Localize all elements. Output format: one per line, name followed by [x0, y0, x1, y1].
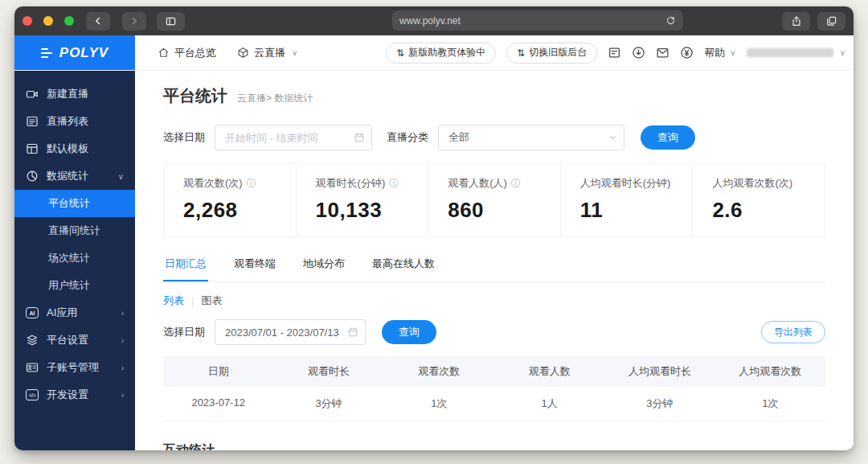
sidebar-toggle-button[interactable] — [157, 12, 185, 31]
nav-cloud-live[interactable]: 云直播 ∨ — [237, 46, 297, 60]
stat-viewer-count: 观看人数(人)ⓘ 860 — [428, 164, 560, 236]
sidebar-item-live-list[interactable]: 直播列表 — [14, 108, 135, 135]
nav-platform-overview[interactable]: 平台总览 — [158, 46, 216, 60]
new-version-pill-button[interactable]: ⇅ 新版助教页体验中 — [386, 43, 496, 64]
info-icon[interactable]: ⓘ — [247, 177, 256, 191]
back-arrow-icon — [92, 15, 104, 27]
tab-region-distribution[interactable]: 地域分布 — [301, 252, 346, 281]
calendar-icon[interactable] — [347, 326, 358, 338]
statistics-tabs: 日期汇总 观看终端 地域分布 最高在线人数 — [163, 252, 825, 282]
date-range-input[interactable] — [215, 125, 372, 150]
sidebar-item-ai-apps[interactable]: AI AI应用 › — [14, 299, 135, 326]
stat-view-duration: 观看时长(分钟)ⓘ 10,133 — [296, 164, 428, 236]
form-button[interactable] — [608, 46, 621, 60]
cell-avg-duration: 3分钟 — [604, 387, 714, 421]
download-icon — [632, 46, 645, 60]
search-button[interactable]: 查询 — [641, 125, 695, 150]
tab-max-online[interactable]: 最高在线人数 — [371, 252, 436, 281]
chevron-down-icon: ∨ — [292, 48, 297, 57]
sidebar-subitem-platform-statistics[interactable]: 平台统计 — [14, 190, 135, 217]
reload-icon — [665, 15, 676, 26]
date-range-input-2[interactable] — [215, 319, 366, 345]
search-button-2[interactable]: 查询 — [382, 320, 436, 344]
calendar-icon[interactable] — [354, 132, 365, 143]
url-text: www.polyv.net — [399, 15, 461, 27]
info-icon[interactable]: ⓘ — [389, 177, 399, 191]
chevron-right-icon: › — [121, 309, 124, 318]
browser-window: www.polyv.net POLYV 平台总览 — [14, 6, 854, 450]
app-header: POLYV 平台总览 云直播 ∨ ⇅ 新版助教页体验中 ⇅ 切换旧版后台 — [14, 35, 854, 71]
account-menu[interactable]: ∨ — [747, 48, 845, 57]
cell-views: 1次 — [384, 387, 494, 421]
currency-icon — [680, 46, 694, 60]
table-header-row: 日期 观看时长 观看次数 观看人数 人均观看时长 人均观看次数 — [163, 356, 825, 387]
chevron-down-icon: ∨ — [730, 48, 735, 57]
sidebar-icon — [165, 15, 177, 27]
divider: | — [191, 295, 194, 307]
view-list-link[interactable]: 列表 — [163, 294, 184, 308]
back-button[interactable] — [86, 12, 110, 31]
pie-chart-icon — [26, 170, 39, 183]
messages-button[interactable] — [656, 46, 669, 60]
date-summary-table: 日期 观看时长 观看次数 观看人数 人均观看时长 人均观看次数 2023-07-… — [163, 356, 825, 421]
view-chart-link[interactable]: 图表 — [201, 294, 222, 308]
switch-old-version-button[interactable]: ⇅ 切换旧版后台 — [506, 43, 597, 64]
brand-name: POLYV — [59, 45, 108, 61]
col-header-date: 日期 — [163, 356, 273, 387]
stat-avg-duration: 人均观看时长(分钟) 11 — [560, 164, 693, 236]
col-header-views: 观看次数 — [384, 356, 494, 387]
form-icon — [608, 46, 621, 60]
logo[interactable]: POLYV — [14, 35, 135, 70]
col-header-avg-duration: 人均观看时长 — [604, 356, 714, 387]
sidebar-subitem-room-statistics[interactable]: 直播间统计 — [14, 217, 135, 244]
chevron-right-icon: › — [121, 391, 124, 400]
category-filter-label: 直播分类 — [387, 130, 428, 145]
share-button[interactable] — [782, 12, 810, 31]
home-icon — [158, 47, 170, 59]
sidebar-item-new-live[interactable]: 新建直播 — [14, 80, 135, 108]
billing-button[interactable] — [680, 46, 694, 60]
sidebar-subitem-user-statistics[interactable]: 用户统计 — [14, 272, 135, 299]
close-window-button[interactable] — [23, 16, 32, 26]
forward-button[interactable] — [122, 12, 146, 31]
download-button[interactable] — [632, 46, 645, 60]
date-filter-label: 选择日期 — [163, 325, 205, 339]
zoom-window-button[interactable] — [64, 16, 74, 26]
ai-icon: AI — [26, 307, 39, 318]
chevron-right-icon: › — [121, 336, 124, 345]
category-select[interactable]: 全部 — [438, 125, 624, 150]
swap-icon: ⇅ — [517, 47, 525, 59]
tab-view-terminal[interactable]: 观看终端 — [232, 252, 277, 281]
sidebar-subitem-session-statistics[interactable]: 场次统计 — [14, 244, 135, 272]
table-row: 2023-07-12 3分钟 1次 1人 3分钟 1次 — [163, 387, 825, 421]
tab-date-summary[interactable]: 日期汇总 — [163, 252, 208, 281]
sidebar-item-subaccount-management[interactable]: 子账号管理 › — [14, 354, 135, 381]
export-list-button[interactable]: 导出列表 — [761, 321, 825, 343]
minimize-window-button[interactable] — [43, 16, 53, 26]
reload-button[interactable] — [665, 15, 676, 26]
sidebar-item-developer-settings[interactable]: </> 开发设置 › — [14, 381, 135, 409]
sidebar-item-data-statistics[interactable]: 数据统计 ∨ — [14, 162, 135, 190]
tab-overview-button[interactable] — [817, 12, 845, 31]
chevron-down-icon: ∨ — [118, 172, 124, 181]
cell-viewers: 1人 — [494, 387, 604, 421]
menu-collapse-icon[interactable] — [41, 48, 52, 58]
account-name-redacted — [747, 48, 833, 57]
sidebar-item-default-template[interactable]: 默认模板 — [14, 135, 135, 162]
stat-avg-views: 人均观看次数(次) 2.6 — [692, 164, 825, 236]
chevron-right-icon: › — [121, 363, 124, 372]
sidebar-item-platform-settings[interactable]: 平台设置 › — [14, 326, 135, 354]
info-icon[interactable]: ⓘ — [511, 177, 521, 191]
stat-view-count: 观看次数(次)ⓘ 2,268 — [164, 164, 296, 236]
chevron-down-icon — [608, 133, 617, 142]
url-field[interactable]: www.polyv.net — [392, 10, 683, 31]
col-header-avg-views: 人均观看次数 — [715, 356, 825, 387]
share-icon — [791, 15, 802, 27]
help-menu[interactable]: 帮助 ∨ — [704, 46, 735, 60]
interaction-statistics-heading: 互动统计 — [163, 437, 825, 450]
cube-icon — [237, 47, 249, 59]
chevron-down-icon: ∨ — [840, 48, 845, 57]
cell-avg-views: 1次 — [715, 387, 825, 421]
video-camera-icon — [26, 88, 39, 101]
stat-value: 10,133 — [316, 198, 428, 223]
